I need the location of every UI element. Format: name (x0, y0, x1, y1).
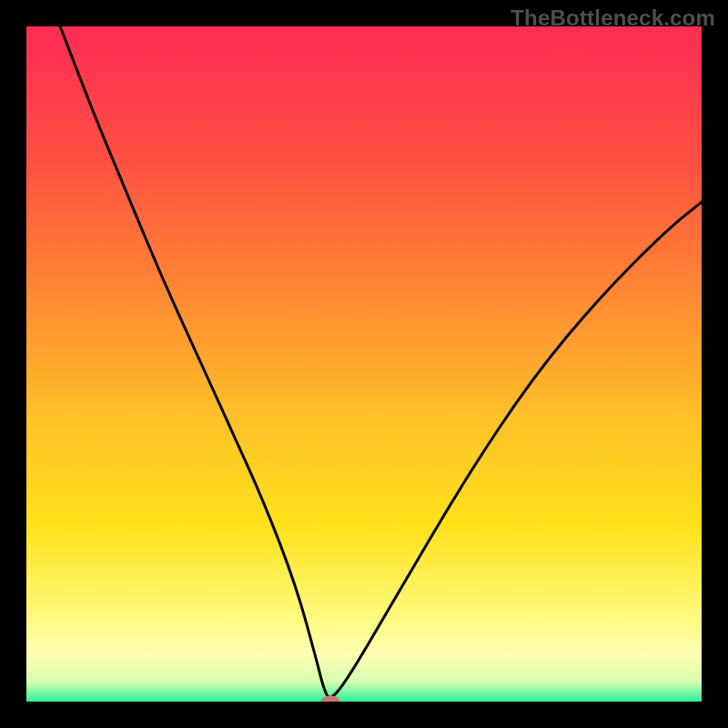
plot-area (26, 26, 702, 702)
chart-frame: TheBottleneck.com (0, 0, 728, 728)
gradient-background (26, 26, 702, 702)
